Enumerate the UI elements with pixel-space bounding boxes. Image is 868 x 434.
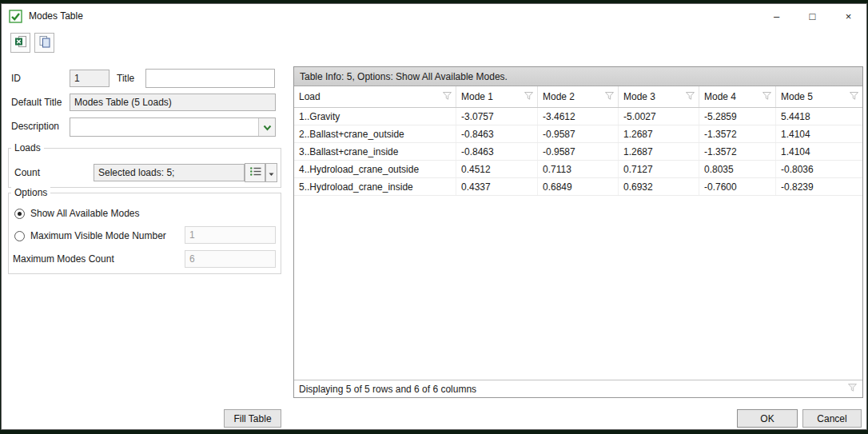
table-row[interactable]: 1..Gravity -3.0757 -3.4612 -5.0027 -5.28… [294,108,862,125]
modes-table-panel: Table Info: 5, Options: Show All Availab… [293,66,863,398]
table-row[interactable]: 5..Hydroload_crane_inside 0.4337 0.6849 … [294,178,862,196]
excel-icon [14,35,27,50]
list-icon [249,166,261,179]
selected-loads-field[interactable] [94,164,245,181]
app-check-icon [9,10,22,23]
column-header-mode-1[interactable]: Mode 1 [456,86,538,107]
table-info-bar: Table Info: 5, Options: Show All Availab… [294,67,862,86]
table-header-row: Load Mode 1 Mode 2 Mode 3 Mode 4 [294,86,862,108]
export-excel-button[interactable] [10,33,30,53]
radio-selected-icon[interactable] [14,209,25,219]
minimize-button[interactable]: – [759,4,794,28]
screen-background: Modes Table – □ × [0,0,868,434]
column-header-mode-2[interactable]: Mode 2 [538,86,619,107]
filter-icon[interactable] [847,383,858,395]
copy-button[interactable] [34,33,54,53]
small-arrow-down-icon [269,167,274,179]
radio-max-visible-mode[interactable]: Maximum Visible Mode Number [14,229,166,242]
radio-unselected-icon[interactable] [14,231,25,241]
description-combobox[interactable] [70,117,276,137]
filter-icon[interactable] [442,91,452,103]
radio-show-all-label: Show All Available Modes [30,208,140,219]
window-title: Modes Table [29,10,83,22]
options-group-label: Options [11,187,50,198]
table-row[interactable]: 4..Hydroload_crane_outside 0.4512 0.7113… [294,161,862,178]
filter-icon[interactable] [524,91,534,103]
fill-table-button[interactable]: Fill Table [224,409,281,428]
title-label: Title [117,70,134,87]
title-bar[interactable]: Modes Table – □ × [2,4,866,28]
id-input[interactable] [70,70,109,87]
filter-icon[interactable] [849,91,859,103]
window-controls: – □ × [759,4,866,28]
id-label: ID [11,70,21,87]
close-button[interactable]: × [830,4,866,28]
filter-icon[interactable] [762,91,772,103]
chevron-down-icon [263,121,272,133]
table-row[interactable]: 3..Ballast+crane_inside -0.8463 -0.9587 … [294,143,862,161]
column-header-mode-4[interactable]: Mode 4 [699,86,776,107]
copy-icon [38,35,51,50]
column-header-load[interactable]: Load [294,86,456,107]
table-footer: Displaying 5 of 5 rows and 6 of 6 column… [294,380,862,397]
description-input[interactable] [70,118,258,136]
default-title-value [70,94,276,111]
description-label: Description [11,117,59,135]
column-header-mode-3[interactable]: Mode 3 [619,86,699,107]
select-loads-button[interactable] [245,163,265,182]
filter-icon[interactable] [685,91,695,103]
cancel-button[interactable]: Cancel [802,409,862,428]
maximize-button[interactable]: □ [794,4,830,28]
table-empty-area [294,196,862,380]
table-row[interactable]: 2..Ballast+crane_outside -0.8463 -0.9587… [294,125,862,143]
filter-icon[interactable] [604,91,615,103]
title-input[interactable] [145,69,275,88]
radio-show-all-modes[interactable]: Show All Available Modes [14,207,140,220]
column-header-mode-5[interactable]: Mode 5 [776,86,862,107]
modes-table-dialog: Modes Table – □ × [1,3,867,430]
count-label: Count [14,164,40,181]
radio-max-visible-label: Maximum Visible Mode Number [30,230,166,241]
max-modes-count-label: Maximum Modes Count [13,250,114,268]
table-info-text: Table Info: 5, Options: Show All Availab… [300,71,508,82]
ok-button[interactable]: OK [737,409,798,428]
description-dropdown-button[interactable] [258,118,275,136]
default-title-label: Default Title [11,94,62,111]
loads-dropdown-button[interactable] [265,163,277,182]
max-visible-mode-input [185,226,276,244]
table-footer-text: Displaying 5 of 5 rows and 6 of 6 column… [299,384,476,395]
max-modes-count-input [185,250,276,268]
loads-group-label: Loads [11,142,44,153]
